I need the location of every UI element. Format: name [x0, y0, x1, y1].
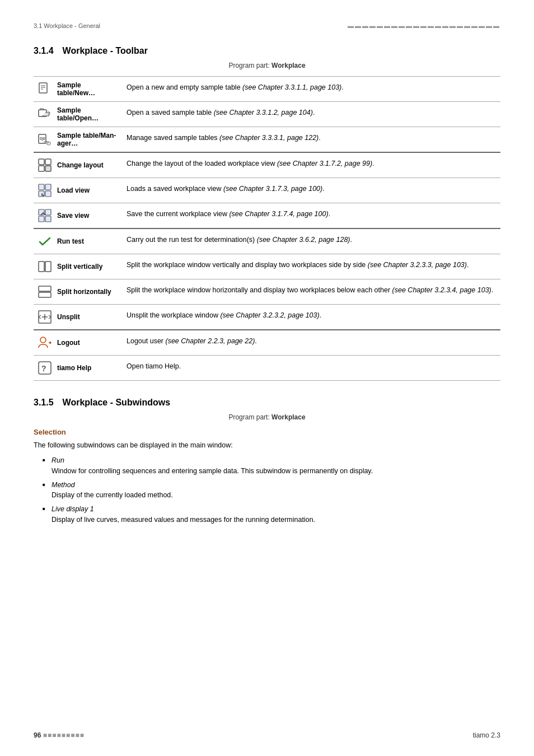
svg-rect-15 [45, 191, 51, 197]
description-cell: Split the workplace window vertically an… [123, 254, 500, 279]
svg-rect-10 [39, 166, 44, 171]
section-314-number: 3.1.4 [34, 46, 54, 56]
table-row: Sample table/New… Open a new and empty s… [34, 77, 500, 102]
bullet-text: Display of the currently loaded method. [51, 491, 173, 499]
unsplit-icon [37, 309, 53, 325]
svg-text:?: ? [41, 364, 46, 373]
section-314-program-part: Program part: Workplace [34, 62, 500, 69]
table-row: ? tiamo Help Open tiamo Help. [34, 356, 500, 381]
svg-rect-23 [39, 286, 51, 291]
tiamo-help-icon: ? [37, 360, 53, 376]
table-row: Logout Logout user (see Chapter 2.2.3, p… [34, 330, 500, 356]
description-cell: Loads a saved workplace view (see Chapte… [123, 178, 500, 203]
svg-point-29 [40, 337, 46, 343]
svg-rect-9 [45, 159, 51, 165]
footer-dots: ■■■■■■■■■ [43, 731, 85, 739]
icon-label: tiamo Help [57, 364, 91, 372]
svg-rect-12 [39, 184, 44, 190]
description-cell: Manage saved sample tables (see Chapter … [123, 127, 500, 153]
svg-rect-19 [45, 216, 51, 222]
description-cell: Open a saved sample table (see Chapter 3… [123, 102, 500, 127]
svg-rect-17 [45, 209, 51, 215]
icon-label: Sample table/New… [57, 81, 120, 97]
svg-rect-13 [45, 184, 51, 190]
section-315-number: 3.1.5 [34, 398, 54, 408]
section-314: 3.1.4 Workplace - Toolbar Program part: … [34, 46, 500, 381]
description-cell: Split the workplace window horizontally … [123, 279, 500, 305]
icon-cell: Sample table/Open… [37, 106, 120, 122]
icon-cell: ? tiamo Help [37, 360, 120, 376]
icon-label: Load view [57, 186, 90, 194]
bullet-text: Window for controlling sequences and ent… [51, 467, 373, 475]
section-315-title: Workplace - Subwindows [63, 398, 171, 408]
bullet-label: Run [51, 456, 64, 464]
icon-label: Split horizontally [57, 288, 111, 296]
icon-label: Change layout [57, 161, 104, 169]
page-header: 3.1 Workplace - General ▬▬▬▬▬▬▬▬▬▬▬▬▬▬▬▬… [34, 22, 500, 29]
description-cell: Open tiamo Help. [123, 356, 500, 381]
description-cell: Change the layout of the loaded workplac… [123, 152, 500, 178]
table-row: Save view Save the current workplace vie… [34, 203, 500, 229]
run-test-icon [37, 234, 53, 249]
split-vertically-icon [37, 259, 53, 274]
table-row: Load view Loads a saved workplace view (… [34, 178, 500, 203]
selection-heading: Selection [34, 428, 500, 436]
page-footer: 96 ■■■■■■■■■ tiamo 2.3 [0, 731, 534, 739]
section-314-header: 3.1.4 Workplace - Toolbar [34, 46, 500, 58]
selection-intro: The following subwindows can be displaye… [34, 440, 500, 451]
save-view-icon [37, 208, 53, 223]
table-row: Split vertically Split the workplace win… [34, 254, 500, 279]
bullet-label: Live display 1 [51, 505, 94, 513]
table-row: Run test Carry out the run test for dete… [34, 228, 500, 254]
list-item: Method Display of the currently loaded m… [43, 480, 500, 501]
svg-text:0|0: 0|0 [40, 137, 45, 141]
subwindow-list: Run Window for controlling sequences and… [34, 455, 500, 525]
icon-cell: Split vertically [37, 259, 120, 274]
description-cell: Unsplit the workplace window (see Chapte… [123, 305, 500, 330]
sample-table-open-icon [37, 106, 53, 122]
logout-icon [37, 335, 53, 351]
icon-cell: Load view [37, 183, 120, 198]
svg-rect-21 [45, 262, 51, 272]
icon-label: Save view [57, 212, 89, 220]
description-cell: Save the current workplace view (see Cha… [123, 203, 500, 229]
svg-rect-0 [39, 83, 47, 93]
toolbar-table: Sample table/New… Open a new and empty s… [34, 76, 500, 381]
icon-label: Logout [57, 339, 80, 347]
section-315-header: 3.1.5 Workplace - Subwindows [34, 398, 500, 410]
header-dots: ▬▬▬▬▬▬▬▬▬▬▬▬▬▬▬▬▬▬▬▬▬ [348, 22, 500, 29]
svg-rect-20 [39, 262, 44, 272]
icon-label: Split vertically [57, 263, 102, 270]
icon-cell: Split horizontally [37, 284, 120, 300]
svg-rect-24 [39, 292, 51, 297]
list-item: Run Window for controlling sequences and… [43, 455, 500, 477]
description-cell: Carry out the run test for determination… [123, 228, 500, 254]
app-name: tiamo 2.3 [473, 731, 500, 739]
svg-rect-18 [39, 216, 44, 222]
change-layout-icon [37, 157, 53, 173]
section-315: 3.1.5 Workplace - Subwindows Program par… [34, 398, 500, 525]
bullet-text: Display of live curves, measured values … [51, 516, 315, 524]
bullet-label: Method [51, 481, 75, 489]
svg-rect-11 [45, 166, 51, 171]
icon-cell: Logout [37, 335, 120, 351]
table-row: 0|0 Sample table/Man-ager… Manage saved … [34, 127, 500, 153]
header-left: 3.1 Workplace - General [34, 22, 100, 29]
icon-label: Run test [57, 237, 84, 245]
icon-cell: Run test [37, 234, 120, 249]
load-view-icon [37, 183, 53, 198]
list-item: Live display 1 Display of live curves, m… [43, 504, 500, 525]
svg-rect-8 [39, 159, 44, 165]
description-cell: Logout user (see Chapter 2.2.3, page 22)… [123, 330, 500, 356]
table-row: Change layout Change the layout of the l… [34, 152, 500, 178]
table-row: Unsplit Unsplit the workplace window (se… [34, 305, 500, 330]
sample-table-new-icon [37, 81, 53, 97]
page-number: 96 [34, 731, 41, 739]
section-314-title: Workplace - Toolbar [63, 46, 148, 56]
footer-left: 96 ■■■■■■■■■ [34, 731, 85, 739]
icon-cell: Save view [37, 208, 120, 223]
icon-label: Sample table/Man-ager… [57, 132, 120, 147]
icon-label: Sample table/Open… [57, 106, 120, 122]
split-horizontally-icon [37, 284, 53, 300]
icon-label: Unsplit [57, 313, 80, 321]
